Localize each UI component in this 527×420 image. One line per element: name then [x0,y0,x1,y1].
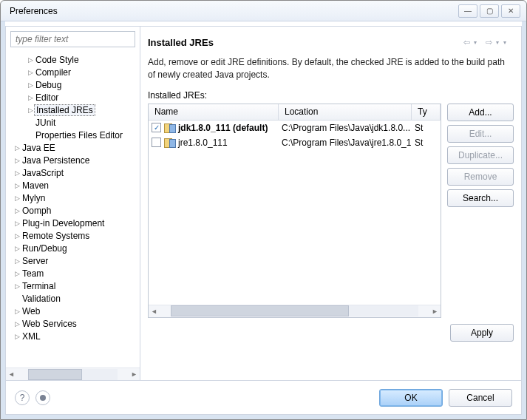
expander-icon[interactable]: ▷ [27,69,34,76]
tree-item-label: Web [21,306,41,316]
cell-location: C:\Program Files\Java\jre1.8.0_111 [279,138,412,148]
tree-item-label: Validation [21,294,62,304]
titlebar: Preferences ― ▢ ✕ [1,1,526,21]
scroll-track[interactable] [28,369,118,380]
close-button[interactable]: ✕ [501,4,520,18]
expander-icon[interactable]: ▷ [27,81,34,89]
search-button[interactable]: Search... [447,189,514,207]
tree-item[interactable]: ▷Installed JREs [6,104,140,116]
scroll-left-icon[interactable]: ◄ [149,305,160,316]
tree-item-label: Properties Files Editor [34,130,124,140]
scroll-thumb[interactable] [171,305,349,316]
tree-item[interactable]: ▷Web Services [6,317,140,330]
tree-item[interactable]: ▷Oomph [6,204,140,217]
tree-item[interactable]: ▷Java Persistence [6,154,140,166]
maximize-button[interactable]: ▢ [480,4,499,18]
jre-table: Name Location Ty ✓jdk1.8.0_111 (default)… [148,104,441,318]
tree-item[interactable]: ▷JUnit [6,116,140,129]
tree-item[interactable]: ▷XML [6,330,140,342]
expander-icon[interactable]: ▷ [13,308,21,315]
tree-item-label: Web Services [21,319,78,329]
tree-item[interactable]: ▷Plug-in Development [6,217,140,229]
tree-item[interactable]: ▷Web [6,305,140,317]
add-button[interactable]: Add... [447,104,514,121]
expander-icon[interactable]: ▷ [27,106,34,114]
tree-item[interactable]: ▷Validation [6,292,140,305]
scroll-left-icon[interactable]: ◄ [6,369,17,380]
tree-item[interactable]: ▷Run/Debug [6,242,140,254]
tree-item[interactable]: ▷Terminal [6,280,140,292]
forward-menu-icon[interactable]: ▾ [496,39,503,46]
scroll-right-icon[interactable]: ► [429,305,441,316]
table-label: Installed JREs: [148,90,514,101]
table-row[interactable]: ✓jdk1.8.0_111 (default)C:\Program Files\… [149,121,441,135]
tree-item-label: Code Style [34,55,81,65]
expander-icon[interactable]: ▷ [13,207,21,214]
table-scrollbar[interactable]: ◄ ► [149,305,441,317]
tree-item[interactable]: ▷Compiler [6,66,140,78]
tree-item-label: Server [21,256,50,266]
minimize-button[interactable]: ― [458,4,477,18]
expander-icon[interactable]: ▷ [27,94,34,101]
expander-icon[interactable]: ▷ [13,182,21,189]
cell-name: ✓jdk1.8.0_111 (default) [149,123,279,133]
ok-button[interactable]: OK [379,389,443,407]
expander-icon[interactable]: ▷ [13,257,21,265]
tree-item-label: Run/Debug [21,243,69,254]
tree-item[interactable]: ▷Mylyn [6,192,140,204]
expander-icon[interactable]: ▷ [13,232,21,240]
expander-icon[interactable]: ▷ [13,157,21,164]
tree-item-label: Remote Systems [21,231,91,241]
tree-item[interactable]: ▷Team [6,267,140,280]
scroll-thumb[interactable] [28,369,82,380]
jre-name: jre1.8.0_111 [178,138,228,148]
tree-item[interactable]: ▷Server [6,254,140,267]
col-location[interactable]: Location [279,104,412,120]
expander-icon[interactable]: ▷ [13,333,21,340]
tree-item[interactable]: ▷Debug [6,78,140,91]
record-icon[interactable] [35,390,50,405]
expander-icon[interactable]: ▷ [13,194,21,202]
scroll-track[interactable] [171,305,418,316]
expander-icon[interactable]: ▷ [13,282,21,290]
tree-item[interactable]: ▷Maven [6,179,140,192]
expander-icon[interactable]: ▷ [13,245,21,252]
checkbox[interactable]: ✓ [152,123,161,132]
forward-icon[interactable]: ⇨ [481,35,496,49]
tree-item-label: JavaScript [21,168,65,178]
sidebar-scrollbar[interactable]: ◄ ► [6,368,140,380]
expander-icon[interactable]: ▷ [13,220,21,227]
scroll-right-icon[interactable]: ► [129,369,140,380]
filter-input[interactable] [10,31,135,47]
expander-icon[interactable]: ▷ [27,56,34,64]
col-name[interactable]: Name [149,104,279,120]
filter-box [10,31,135,47]
expander-icon[interactable]: ▷ [13,144,21,152]
tree-item[interactable]: ▷Java EE [6,141,140,154]
main-split: ▷Code Style▷Compiler▷Debug▷Editor▷Instal… [6,27,521,380]
tree-item[interactable]: ▷Code Style [6,53,140,66]
tree-item[interactable]: ▷Properties Files Editor [6,129,140,141]
preferences-tree[interactable]: ▷Code Style▷Compiler▷Debug▷Editor▷Instal… [6,52,140,368]
back-icon[interactable]: ⇦ [459,35,474,49]
tree-item[interactable]: ▷Editor [6,91,140,104]
cell-location: C:\Program Files\Java\jdk1.8.0... [279,123,412,133]
table-row[interactable]: jre1.8.0_111C:\Program Files\Java\jre1.8… [149,135,441,150]
checkbox[interactable] [152,138,161,147]
tree-item[interactable]: ▷JavaScript [6,166,140,179]
expander-icon[interactable]: ▷ [13,270,21,277]
col-type[interactable]: Ty [412,104,441,120]
help-icon[interactable]: ? [15,390,30,405]
expander-icon[interactable]: ▷ [13,320,21,328]
expander-icon[interactable]: ▷ [13,169,21,177]
apply-button[interactable]: Apply [450,324,514,342]
button-column: Add... Edit... Duplicate... Remove Searc… [447,104,514,318]
cancel-button[interactable]: Cancel [449,389,512,407]
tree-item-label: Installed JREs [34,104,95,116]
page-menu-icon[interactable]: ▾ [503,39,514,46]
expander-icon: ▷ [27,132,34,139]
back-menu-icon[interactable]: ▾ [474,39,481,46]
tree-item[interactable]: ▷Remote Systems [6,229,140,242]
jre-name: jdk1.8.0_111 (default) [178,123,268,133]
jre-icon [164,138,175,147]
